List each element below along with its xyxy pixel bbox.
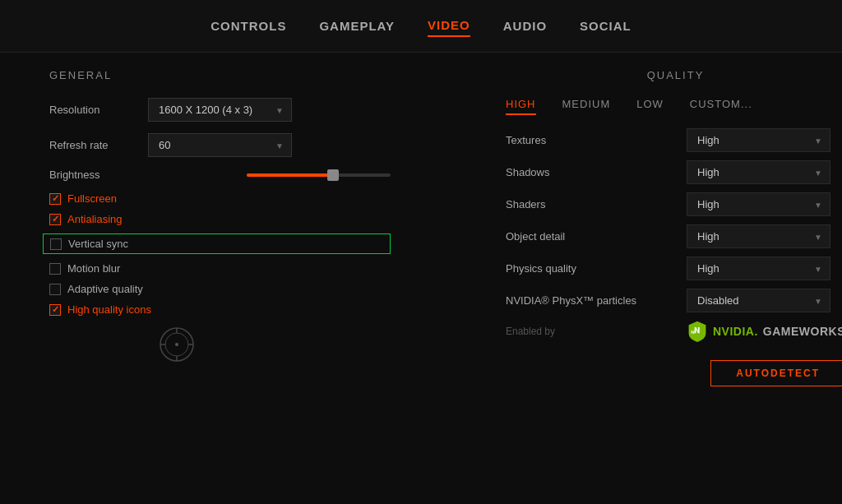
shadows-row: Shadows HighMediumLow ▼	[506, 160, 842, 184]
high-quality-icons-check-icon: ✓	[52, 304, 59, 315]
antialiasing-label: Antialiasing	[67, 213, 123, 225]
physics-quality-label: Physics quality	[506, 262, 687, 275]
object-detail-dropdown-wrapper: HighMediumLow ▼	[687, 224, 830, 248]
gameworks-brand-text: GAMEWORKS	[763, 325, 842, 338]
nav-item-gameplay[interactable]: GAMEPLAY	[319, 16, 395, 36]
shaders-label: Shaders	[506, 198, 687, 210]
refresh-rate-dropdown[interactable]: 60 120 144	[148, 133, 292, 157]
nav-item-controls[interactable]: CONTROLS	[210, 16, 286, 36]
vertical-sync-checkbox-row[interactable]: Vertical sync	[43, 234, 391, 254]
nvidia-physx-dropdown-wrapper: DisabledEnabled ▼	[687, 289, 830, 312]
refresh-rate-dropdown-wrapper: 60 120 144 ▼	[148, 133, 292, 157]
nvidia-logo: N NVIDIA. GAMEWORKS	[687, 321, 842, 342]
shaders-row: Shaders HighMediumLow ▼	[506, 192, 842, 216]
enabled-by-label: Enabled by	[506, 326, 687, 337]
motion-blur-label: Motion blur	[67, 262, 120, 275]
nvidia-brand-text: NVIDIA.	[713, 325, 758, 338]
quality-tabs: HIGH MEDIUM LOW CUSTOM...	[506, 98, 842, 115]
textures-label: Textures	[506, 134, 687, 146]
textures-row: Textures HighMediumLow ▼	[506, 128, 842, 152]
fullscreen-label: Fullscreen	[67, 192, 117, 205]
nav-item-social[interactable]: SOCIAL	[580, 16, 632, 36]
brightness-slider[interactable]	[247, 173, 391, 177]
high-quality-icons-checkbox[interactable]: ✓	[49, 304, 61, 316]
quality-panel: QUALITY HIGH MEDIUM LOW CUSTOM... Textur…	[506, 69, 842, 488]
adaptive-quality-checkbox[interactable]	[49, 284, 61, 295]
fullscreen-checkbox[interactable]: ✓	[49, 193, 61, 205]
object-detail-row: Object detail HighMediumLow ▼	[506, 224, 842, 248]
autodetect-button[interactable]: AUTODETECT	[710, 360, 842, 386]
main-content: GENERAL Resolution 1600 X 1200 (4 x 3) 1…	[0, 53, 842, 504]
object-detail-label: Object detail	[506, 230, 687, 243]
vertical-sync-label: Vertical sync	[68, 238, 128, 250]
motion-blur-checkbox[interactable]	[49, 263, 61, 275]
brightness-thumb[interactable]	[327, 169, 339, 181]
brightness-row: Brightness	[49, 169, 391, 181]
crosshair-icon	[156, 324, 391, 368]
shadows-dropdown[interactable]: HighMediumLow	[687, 160, 830, 184]
high-quality-icons-label: High quality icons	[67, 303, 151, 316]
vertical-sync-checkbox[interactable]	[50, 238, 62, 250]
antialiasing-checkbox-row[interactable]: ✓ Antialiasing	[49, 213, 391, 225]
textures-dropdown-wrapper: HighMediumLow ▼	[687, 128, 830, 152]
resolution-dropdown[interactable]: 1600 X 1200 (4 x 3) 1920 X 1080 (16 x 9)…	[148, 98, 292, 122]
brightness-fill	[247, 173, 333, 177]
resolution-label: Resolution	[49, 104, 148, 116]
refresh-rate-label: Refresh rate	[49, 139, 148, 151]
quality-tab-low[interactable]: LOW	[636, 98, 664, 115]
shaders-dropdown-wrapper: HighMediumLow ▼	[687, 192, 830, 216]
physics-quality-dropdown-wrapper: HighMediumLow ▼	[687, 257, 830, 280]
nvidia-physx-label: NVIDIA® PhysX™ particles	[506, 294, 687, 307]
adaptive-quality-label: Adaptive quality	[67, 283, 143, 295]
general-panel: GENERAL Resolution 1600 X 1200 (4 x 3) 1…	[49, 69, 391, 488]
general-title: GENERAL	[49, 69, 391, 81]
quality-tab-high[interactable]: HIGH	[506, 98, 536, 115]
brightness-label: Brightness	[49, 169, 148, 181]
nvidia-physx-row: NVIDIA® PhysX™ particles DisabledEnabled…	[506, 289, 842, 312]
nav-item-video[interactable]: VIDEO	[428, 15, 470, 37]
top-navigation: CONTROLS GAMEPLAY VIDEO AUDIO SOCIAL	[0, 0, 842, 53]
nvidia-gameworks-row: Enabled by N NVIDIA. GAMEWORKS	[506, 321, 842, 342]
nvidia-shield-icon: N	[687, 321, 708, 342]
shaders-dropdown[interactable]: HighMediumLow	[687, 192, 830, 216]
fullscreen-check-icon: ✓	[52, 193, 59, 204]
motion-blur-checkbox-row[interactable]: Motion blur	[49, 262, 391, 275]
shadows-dropdown-wrapper: HighMediumLow ▼	[687, 160, 830, 184]
quality-title: QUALITY	[506, 69, 842, 81]
antialiasing-check-icon: ✓	[52, 214, 59, 224]
refresh-rate-row: Refresh rate 60 120 144 ▼	[49, 133, 391, 157]
fullscreen-checkbox-row[interactable]: ✓ Fullscreen	[49, 192, 391, 205]
resolution-row: Resolution 1600 X 1200 (4 x 3) 1920 X 10…	[49, 98, 391, 122]
object-detail-dropdown[interactable]: HighMediumLow	[687, 224, 830, 248]
physics-quality-dropdown[interactable]: HighMediumLow	[687, 257, 830, 280]
nvidia-physx-dropdown[interactable]: DisabledEnabled	[687, 289, 830, 312]
textures-dropdown[interactable]: HighMediumLow	[687, 128, 830, 152]
svg-text:N: N	[691, 330, 694, 335]
antialiasing-checkbox[interactable]: ✓	[49, 214, 61, 225]
quality-tab-medium[interactable]: MEDIUM	[562, 98, 611, 115]
high-quality-icons-checkbox-row[interactable]: ✓ High quality icons	[49, 303, 391, 316]
svg-point-6	[175, 343, 178, 346]
resolution-dropdown-wrapper: 1600 X 1200 (4 x 3) 1920 X 1080 (16 x 9)…	[148, 98, 292, 122]
shadows-label: Shadows	[506, 166, 687, 178]
quality-tab-custom[interactable]: CUSTOM...	[690, 98, 752, 115]
adaptive-quality-checkbox-row[interactable]: Adaptive quality	[49, 283, 391, 295]
nav-item-audio[interactable]: AUDIO	[503, 16, 547, 36]
physics-quality-row: Physics quality HighMediumLow ▼	[506, 257, 842, 280]
